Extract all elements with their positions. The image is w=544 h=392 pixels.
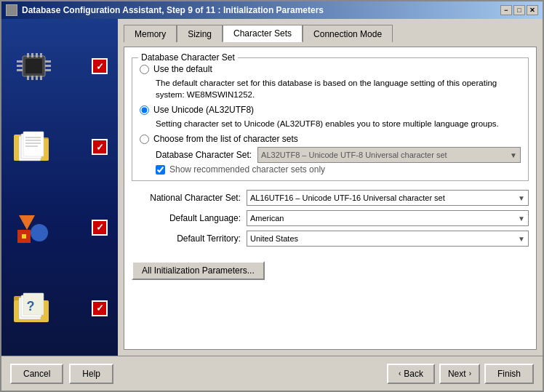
close-button[interactable]: ✕ [527,5,538,15]
minimize-button[interactable]: − [500,5,512,15]
db-icon [6,4,17,16]
radio-use-unicode[interactable] [140,105,149,115]
show-recommended-row: Show recommended character sets only [156,164,521,175]
next-arrow-icon: › [469,369,471,377]
db-charset-select[interactable]: AL32UTF8 – Unicode UTF-8 Universal chara… [257,147,521,163]
default-territory-label: Default Territory: [132,233,241,244]
default-territory-row: Default Territory: United States ▼ [132,231,529,247]
radio-choose-list[interactable] [140,135,149,144]
back-button[interactable]: ‹ Back [387,364,435,384]
default-description: The default character set for this datab… [156,77,521,100]
radio-row-default: Use the default [140,64,521,74]
group-title: Database Character Set [138,52,238,63]
panel-item-chip: ✓ [9,45,111,87]
svg-rect-5 [40,53,42,57]
svg-rect-8 [36,76,38,80]
default-territory-arrow: ▼ [518,235,525,243]
svg-rect-6 [27,76,29,80]
next-button[interactable]: Next › [439,364,480,384]
checkmark-2: ✓ [92,139,108,155]
tab-memory[interactable]: Memory [124,25,177,42]
svg-rect-13 [45,60,51,63]
content-box: Database Character Set Use the default T… [124,47,537,350]
svg-point-28 [31,224,48,241]
default-language-label: Default Language: [132,213,241,223]
maximize-button[interactable]: □ [513,5,525,15]
db-charset-row: Database Character Set: AL32UTF8 – Unico… [156,147,521,163]
bottom-right-buttons: ‹ Back Next › Finish [387,364,534,384]
default-language-arrow: ▼ [518,215,525,223]
checkmark-1: ✓ [92,58,108,74]
radio-unicode-label: Use Unicode (AL32UTF8) [153,105,254,115]
svg-rect-14 [45,65,51,67]
svg-rect-11 [17,65,23,67]
panel-item-folder1: ✓ [9,126,111,168]
radio-row-choose: Choose from the list of character sets [140,134,521,144]
svg-rect-2 [27,53,29,57]
tab-character-sets[interactable]: Character Sets [223,25,303,42]
bottom-left-buttons: Cancel Help [10,364,113,384]
default-territory-value: United States [250,234,298,243]
svg-rect-12 [17,69,23,71]
svg-rect-3 [31,53,33,57]
init-params-section: All Initialization Parameters... [132,258,529,280]
default-territory-select[interactable]: United States ▼ [247,231,529,247]
svg-rect-4 [36,53,38,57]
national-charset-row: National Character Set: AL16UTF16 – Unic… [132,190,529,206]
default-language-select[interactable]: American ▼ [247,210,529,226]
fields-section: National Character Set: AL16UTF16 – Unic… [132,190,529,247]
help-button[interactable]: Help [69,364,113,384]
tab-bar: Memory Sizing Character Sets Connection … [124,25,537,42]
shapes-icon [12,209,52,246]
svg-rect-10 [17,60,23,63]
titlebar: Database Configuration Assistant, Step 9… [1,1,543,19]
radio-use-default[interactable] [140,65,149,74]
svg-text:?: ? [27,299,35,313]
db-charset-arrow: ▼ [510,151,517,159]
svg-rect-7 [31,76,33,80]
svg-rect-15 [45,69,51,71]
finish-button[interactable]: Finish [484,364,534,384]
cancel-button[interactable]: Cancel [10,364,63,384]
folder-icon-1 [12,129,52,165]
db-charset-label: Database Character Set: [156,150,252,160]
svg-rect-29 [22,234,26,239]
left-panel: ✓ [1,19,118,356]
back-label: Back [404,369,423,379]
national-charset-value: AL16UTF16 – Unicode UTF-16 Universal cha… [250,193,445,202]
next-label: Next [448,369,466,379]
tab-connection-mode[interactable]: Connection Mode [303,25,393,42]
main-window: Database Configuration Assistant, Step 9… [0,0,544,392]
right-panel: Memory Sizing Character Sets Connection … [118,19,543,356]
svg-rect-9 [40,76,42,80]
default-language-value: American [250,214,284,223]
panel-item-shapes: ✓ [9,207,111,249]
national-charset-arrow: ▼ [518,194,525,202]
bottom-bar: Cancel Help ‹ Back Next › Finish [1,356,543,391]
national-charset-label: National Character Set: [132,193,241,203]
radio-default-label: Use the default [153,64,212,74]
window-title: Database Configuration Assistant, Step 9… [22,5,324,15]
checkmark-3: ✓ [92,220,108,236]
svg-rect-21 [23,132,44,156]
radio-row-unicode: Use Unicode (AL32UTF8) [140,105,521,115]
tab-sizing[interactable]: Sizing [177,25,223,42]
titlebar-left: Database Configuration Assistant, Step 9… [6,4,324,16]
back-arrow-icon: ‹ [399,369,401,377]
national-charset-select[interactable]: AL16UTF16 – Unicode UTF-16 Universal cha… [247,190,529,206]
folder-question-icon: ? [12,290,52,327]
all-init-params-button[interactable]: All Initialization Parameters... [132,261,265,280]
panel-item-folder2: ? ✓ [9,287,111,329]
show-recommended-checkbox[interactable] [156,165,165,175]
titlebar-buttons: − □ ✕ [500,5,538,15]
radio-choose-label: Choose from the list of character sets [153,134,298,144]
default-language-row: Default Language: American ▼ [132,210,529,226]
db-charset-value: AL32UTF8 – Unicode UTF-8 Universal chara… [261,151,447,159]
database-charset-group: Database Character Set Use the default T… [132,57,529,181]
unicode-description: Setting character set to Unicode (AL32UT… [156,118,521,129]
show-recommended-label: Show recommended character sets only [169,164,325,175]
svg-rect-1 [25,59,42,73]
main-content: ✓ [1,19,543,356]
chip-icon [12,48,55,84]
checkmark-4: ✓ [92,300,108,316]
